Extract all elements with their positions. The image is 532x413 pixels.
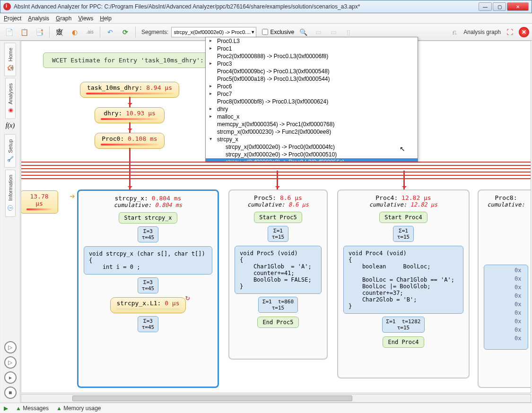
menu-project[interactable]: Project	[4, 15, 21, 22]
tool-box3-icon[interactable]: ▯	[342, 26, 355, 38]
dropdown-item[interactable]: Proc1	[206, 45, 418, 52]
node-task[interactable]: task_10ms_dhry: 8.94 µs	[80, 82, 179, 98]
sigma-box: Σ=1 t=860 τ=15	[258, 297, 298, 313]
play-icon[interactable]: ▶	[4, 405, 8, 412]
dropdown-item[interactable]: Proc7	[206, 90, 418, 98]
step-button[interactable]: ▸	[4, 371, 17, 384]
play-button[interactable]: ▷	[4, 341, 17, 353]
analysis-graph-icon[interactable]: ⎌	[448, 26, 461, 38]
tool-box2-icon[interactable]: ▭	[327, 26, 340, 38]
menu-views[interactable]: Views	[78, 15, 93, 22]
edge	[21, 165, 531, 166]
menu-analysis[interactable]: Analysis	[28, 15, 49, 22]
chevron-down-icon: ▼	[251, 30, 255, 34]
horizontal-scrollbar[interactable]	[21, 394, 531, 403]
fx-icon[interactable]: f(x)	[6, 122, 15, 129]
tool-close-icon[interactable]: ✕	[519, 27, 529, 37]
close-button[interactable]: ✕	[507, 2, 529, 11]
separator	[49, 26, 50, 38]
edge	[21, 172, 531, 172]
panel-proc4[interactable]: Proc4: 12.82 µs cumulative: 12.82 µs Sta…	[337, 189, 470, 379]
dropdown-item[interactable]: Proc4(0xf00009bc) -> Proc0.L3(0xf0000548…	[206, 68, 418, 75]
dropdown-item[interactable]: Proc5(0xf0000a18) -> Proc0.L3(0xf0000544…	[206, 75, 418, 83]
edge	[403, 171, 405, 190]
menubar: Project Analysis Graph Views Help	[0, 13, 532, 24]
edge	[129, 97, 131, 107]
minimize-button[interactable]: —	[479, 2, 492, 11]
edge	[129, 122, 131, 133]
start-node[interactable]: Start Proc5	[254, 212, 302, 223]
messages-label[interactable]: Messages	[23, 405, 49, 412]
end-node[interactable]: End Proc5	[257, 317, 298, 328]
start-node[interactable]: Start Proc4	[379, 212, 427, 223]
segments-label: Segments:	[141, 29, 168, 35]
menu-help[interactable]: Help	[100, 15, 112, 22]
dropdown-item[interactable]: Proc3	[206, 60, 418, 68]
tool-list-icon[interactable]: 📋	[18, 26, 30, 38]
tool-graph-icon[interactable]: 🕸	[53, 26, 66, 38]
node-proc0[interactable]: Proc0: 0.108 ms	[95, 133, 165, 149]
left-dock: 🏠Home ◉Analyses f(x) 🔧Setup ⓘInformation…	[0, 41, 20, 403]
dropdown-item[interactable]: strcpy_x(0xf00002e0) -> Proc0(0xf00004fc…	[206, 143, 418, 151]
code-box: void Proc5 (void) { Char1Glob = 'A'; cou…	[235, 246, 322, 294]
statusbar: ▶ ▲ Messages ▲ Memory usage	[0, 403, 532, 413]
memory-label[interactable]: Memory usage	[63, 405, 101, 412]
analysis-graph-label[interactable]: Analysis graph	[463, 29, 501, 35]
tab-home[interactable]: 🏠Home	[4, 43, 16, 76]
address-list: 0x0x0x 0x0x0x 0x0x0x	[515, 266, 530, 343]
segments-value: strcpy_x(0xf00002e0) -> Proc0....	[174, 29, 251, 35]
dropdown-item[interactable]: Proc8(0xf0000bf8) -> Proc0.L3(0xf0000624…	[206, 98, 418, 105]
panel-proc5[interactable]: Proc5: 8.6 µs cumulative: 8.6 µs Start P…	[228, 189, 328, 360]
tool-refresh-icon[interactable]: ⟳	[119, 26, 131, 38]
exclusive-checkbox[interactable]: Exclusive	[262, 29, 294, 35]
maximize-button[interactable]: ▢	[493, 2, 506, 11]
dropdown-item[interactable]: dhry	[206, 105, 418, 113]
separator	[135, 26, 136, 38]
tab-information[interactable]: ⓘInformation	[5, 170, 16, 217]
scrollbar-thumb[interactable]	[72, 396, 352, 401]
dropdown-item[interactable]: strcmp_x(0xf0000230) -> Func2(0xf0000ee8…	[206, 128, 418, 136]
dropdown-item[interactable]: Proc2(0xf0000888) -> Proc0.L3(0xf00006f8…	[206, 52, 418, 60]
code-box: void strcpy_x (char s[], char t[]) { int…	[84, 246, 212, 275]
arrow-up-icon[interactable]: ▲	[56, 405, 62, 412]
tool-undo-icon[interactable]: ↶	[104, 26, 116, 38]
tool-fit-icon[interactable]: ⛶	[504, 26, 516, 38]
tab-analyses[interactable]: ◉Analyses	[5, 78, 16, 119]
end-node[interactable]: End Proc4	[383, 336, 424, 348]
dropdown-item[interactable]: malloc_x	[206, 113, 418, 120]
tab-setup[interactable]: 🔧Setup	[4, 134, 16, 168]
window-title: AbsInt Advanced Analyzer for PPC: C:/Pro…	[14, 3, 479, 10]
tool-report-icon[interactable]: 📑	[33, 26, 45, 38]
menu-graph[interactable]: Graph	[56, 15, 71, 22]
exclusive-input[interactable]	[262, 29, 268, 35]
segments-dropdown[interactable]: Proc0.L3Proc1Proc2(0xf0000888) -> Proc0.…	[205, 37, 418, 162]
dropdown-item[interactable]: strcpy_x(0xf00002e0) -> Proc0.L3(0xf0000…	[206, 158, 418, 162]
stop-button[interactable]: ■	[4, 387, 17, 399]
sigma-box: Σ=1 t=1282 τ=15	[382, 317, 425, 333]
inner-node[interactable]: ↻ strcpy_x.L1: 0 µs	[110, 297, 185, 313]
node-side[interactable]: 13.78 µs	[21, 190, 58, 214]
edge	[21, 178, 531, 179]
panel-strcpy[interactable]: strcpy_x: 0.804 ms cumulative: 0.804 ms …	[77, 189, 219, 388]
dropdown-item[interactable]: Proc0.L3	[206, 37, 418, 45]
arrow-up-icon[interactable]: ▲	[16, 405, 21, 412]
start-node[interactable]: Start strcpy_x	[119, 212, 177, 224]
dropdown-item[interactable]: memcpy_x(0xf0000354) -> Proc1(0xf0000768…	[206, 120, 418, 128]
tool-zoom-icon[interactable]: 🔍	[297, 26, 309, 38]
sigma-box: Σ=1 τ=15	[393, 226, 414, 242]
code-box: void Proc4 (void) { boolean BoolLoc; Boo…	[343, 246, 463, 314]
separator	[100, 26, 100, 38]
tool-pie-icon[interactable]: ◐	[69, 26, 81, 38]
play2-button[interactable]: ▷	[4, 356, 17, 369]
edge	[129, 148, 131, 190]
app-icon	[3, 3, 11, 10]
tool-doc-icon[interactable]: 📄	[3, 26, 15, 38]
dropdown-item[interactable]: strcpy_x	[206, 136, 418, 143]
dropdown-item[interactable]: Proc6	[206, 83, 418, 90]
tool-ais-icon[interactable]: .ais	[84, 26, 96, 38]
dropdown-item[interactable]: strcpy_x(0xf00002e0) -> Proc0(0xf0000510…	[206, 151, 418, 158]
edge	[21, 162, 531, 163]
tool-box1-icon[interactable]: ▭	[312, 26, 324, 38]
segments-combo[interactable]: strcpy_x(0xf00002e0) -> Proc0.... ▼	[171, 27, 256, 37]
node-dhry[interactable]: dhry: 10.93 µs	[95, 107, 165, 123]
